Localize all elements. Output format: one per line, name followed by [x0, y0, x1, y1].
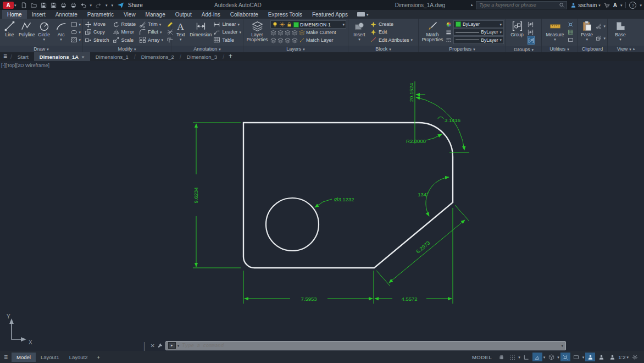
layer-dropdown-icon[interactable]: ▾	[342, 23, 345, 26]
edit-block-button[interactable]: Edit	[370, 28, 413, 36]
close-tab-icon[interactable]: ×	[81, 54, 85, 60]
file-tab-dimensions-1a[interactable]: Dimensions_1A×	[34, 52, 90, 61]
linetype-icon[interactable]	[446, 37, 452, 43]
command-dropdown-icon[interactable]: ▾	[177, 344, 180, 348]
base-view-button[interactable]: Base▾	[609, 20, 631, 45]
layer-properties-button[interactable]: Layer Properties	[245, 20, 269, 45]
paste-button[interactable]: Paste▾	[579, 20, 595, 45]
annotation-scale-value[interactable]: 1:2	[618, 354, 625, 360]
match-layer-icon[interactable]	[299, 37, 305, 43]
autodesk-dropdown-icon[interactable]: ▾	[620, 3, 623, 7]
layer-unlock-icon[interactable]	[286, 21, 292, 28]
file-tab-dimensions-1[interactable]: Dimensions_1	[90, 52, 134, 61]
group-button[interactable]: Group	[508, 20, 526, 45]
linetype-dropdown[interactable]: ByLayer▾	[453, 36, 504, 44]
model-tab[interactable]: Model	[12, 353, 36, 362]
share-plane-icon[interactable]	[117, 2, 124, 9]
ribbon-tab-output[interactable]: Output	[170, 10, 197, 19]
redo-icon[interactable]	[96, 2, 102, 8]
save-as-icon[interactable]	[51, 2, 57, 8]
command-input-field[interactable]: ▸ ▾ ▾	[165, 341, 566, 350]
ribbon-tab-express-tools[interactable]: Express Tools	[263, 10, 307, 19]
hatch-button[interactable]: ▾	[70, 36, 81, 44]
table-button[interactable]: Table	[213, 36, 241, 44]
model-space-label[interactable]: MODEL	[472, 354, 492, 360]
customization-gear-icon[interactable]	[630, 353, 640, 361]
command-customize-wrench-icon[interactable]	[157, 343, 163, 349]
layer-tool-icon[interactable]	[277, 30, 284, 36]
measure-button[interactable]: Measure▾	[543, 20, 567, 45]
layer-tool-icon[interactable]	[292, 30, 298, 36]
match-layer-button[interactable]: Match Layer	[306, 37, 334, 43]
panel-label-annotation[interactable]: Annotation▾	[171, 46, 243, 52]
ribbon-tab-collaborate[interactable]: Collaborate	[225, 10, 263, 19]
save-icon[interactable]	[41, 2, 47, 8]
plot-icon[interactable]	[60, 2, 66, 8]
autocad-logo[interactable]: A	[3, 2, 14, 9]
command-close-icon[interactable]: ✕	[150, 343, 154, 349]
array-button[interactable]: Array▾	[139, 36, 163, 44]
panel-label-draw[interactable]: Draw▾	[0, 46, 82, 52]
account-menu[interactable]: sschain ▾	[570, 2, 600, 8]
create-block-button[interactable]: Create	[370, 20, 413, 28]
search-icon[interactable]	[559, 2, 565, 8]
quick-select-button[interactable]	[568, 20, 574, 28]
edit-attributes-button[interactable]: Edit Attributes▾	[370, 36, 413, 44]
layer-dropdown[interactable]: DIMENSION-1 ▾	[270, 20, 346, 29]
layer-tool-icon[interactable]	[270, 30, 276, 36]
ungroup-button[interactable]	[528, 20, 535, 28]
stretch-button[interactable]: Stretch	[85, 36, 109, 44]
linear-dimension-button[interactable]: Linear▾	[213, 20, 241, 28]
ellipse-button[interactable]: ▾	[70, 28, 81, 36]
rectangle-button[interactable]: ▾	[70, 20, 81, 28]
object-snap-button[interactable]	[560, 353, 570, 361]
grid-display-button[interactable]	[496, 353, 506, 361]
make-current-button[interactable]: Make Current	[306, 30, 336, 35]
panel-label-clipboard[interactable]: Clipboard	[578, 46, 607, 52]
share-button[interactable]: Share	[128, 2, 143, 8]
arc-button[interactable]: Arc▾	[53, 20, 69, 45]
make-current-icon[interactable]	[299, 30, 305, 36]
undo-icon[interactable]	[80, 2, 86, 8]
autoscale-button[interactable]	[596, 353, 606, 361]
file-tab-dimension-3[interactable]: Dimension_3	[181, 52, 223, 61]
new-layout-button[interactable]: +	[93, 354, 105, 360]
color-wheel-icon[interactable]	[446, 21, 452, 28]
move-button[interactable]: Move	[85, 20, 109, 28]
layout2-tab[interactable]: Layout2	[64, 353, 93, 362]
ribbon-tab-insert[interactable]: Insert	[27, 10, 51, 19]
layout-menu-icon[interactable]: ≡	[0, 353, 12, 361]
annotation-scale-button[interactable]	[607, 353, 617, 361]
group-edit-button[interactable]	[528, 28, 535, 36]
logo-dropdown-icon[interactable]: ▾	[14, 3, 16, 7]
viewport-controls-label[interactable]: [-][Top][2D Wireframe]	[1, 63, 49, 68]
layer-tool-icon[interactable]	[270, 37, 276, 43]
command-line-bar[interactable]: ❘ ✕ ▸ ▾ ▾	[141, 340, 566, 350]
qat-customize-icon[interactable]: ▾	[112, 3, 114, 7]
polar-dropdown-icon[interactable]: ▾	[543, 355, 546, 359]
layer-tool-icon[interactable]	[292, 37, 298, 43]
ortho-mode-button[interactable]	[521, 353, 531, 361]
autodesk-a-icon[interactable]: A	[613, 2, 617, 8]
snap-mode-button[interactable]	[507, 353, 517, 361]
layer-on-bulb-icon[interactable]	[272, 21, 278, 28]
id-point-button[interactable]	[568, 36, 574, 44]
ribbon-tab-annotate[interactable]: Annotate	[51, 10, 82, 19]
ribbon-tab-view[interactable]: View	[119, 10, 141, 19]
match-properties-button[interactable]: Match Properties	[420, 20, 445, 45]
app-store-cart-icon[interactable]	[604, 2, 610, 8]
ribbon-tab-parametric[interactable]: Parametric	[82, 10, 119, 19]
print-icon[interactable]	[70, 2, 76, 8]
recent-commands-icon[interactable]: ▾	[561, 344, 563, 348]
redo-dropdown-icon[interactable]: ▾	[106, 3, 108, 7]
osnap-dropdown-icon[interactable]: ▾	[582, 355, 585, 359]
new-file-icon[interactable]	[21, 2, 27, 8]
panel-label-properties[interactable]: Properties▾	[419, 46, 506, 52]
insert-block-button[interactable]: Insert▾	[350, 20, 369, 45]
help-dropdown-icon[interactable]: ▾	[640, 3, 642, 7]
leader-button[interactable]: Leader▾	[213, 28, 241, 36]
lineweight-icon[interactable]	[446, 29, 452, 35]
file-tab-menu-icon[interactable]: ≡	[0, 52, 10, 61]
file-tab-dimensions-2[interactable]: Dimensions_2	[136, 52, 180, 61]
line-button[interactable]: Line	[2, 20, 18, 45]
